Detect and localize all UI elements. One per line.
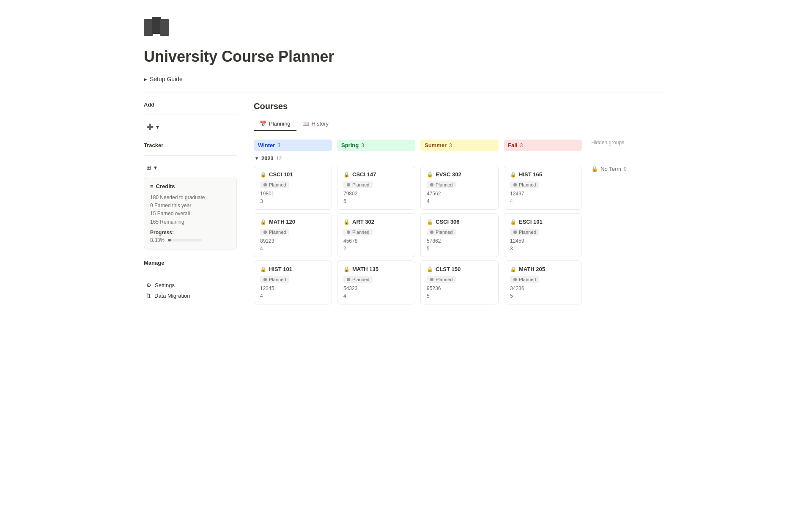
status-dot-2 [263, 230, 267, 234]
main-divider [144, 93, 668, 93]
fall-label: Fall [508, 142, 517, 148]
card-art-302[interactable]: 🔒 ART 302 Planned 45678 2 [337, 213, 415, 257]
credits-remaining: 165 Remaining [150, 218, 230, 226]
sidebar-divider-add [144, 115, 237, 115]
lock-icon-10: 🔒 [510, 172, 516, 178]
credits-icon: ≡ [150, 183, 154, 189]
card-math-120-credits: 4 [260, 246, 326, 252]
card-math-205-status: Planned [510, 276, 539, 283]
card-math-120[interactable]: 🔒 MATH 120 Planned 89123 4 [254, 213, 332, 257]
lock-icon-8: 🔒 [427, 219, 433, 225]
card-clst-150-credits: 5 [427, 293, 492, 299]
column-summer: Summer 3 [420, 140, 499, 155]
card-evsc-302-title: 🔒 EVSC 302 [427, 171, 492, 178]
summer-label: Summer [425, 142, 447, 148]
settings-icon: ⚙ [146, 282, 151, 288]
credits-earned-overall: 15 Earned overall [150, 210, 230, 218]
card-hist-165[interactable]: 🔒 HIST 165 Planned 12497 4 [504, 166, 582, 210]
progress-bar-fill [168, 239, 171, 241]
no-term-row[interactable]: 🔒 No Term 0 [591, 166, 642, 172]
card-csci-101[interactable]: 🔒 CSCI 101 Planned 19801 3 [254, 166, 332, 210]
tab-planning[interactable]: 📅 Planning [254, 117, 296, 131]
settings-item[interactable]: ⚙ Settings [144, 280, 237, 290]
card-csci-101-credits: 3 [260, 198, 326, 204]
card-clst-150[interactable]: 🔒 CLST 150 Planned 95236 5 [420, 260, 499, 304]
card-csci-147-title: 🔒 CSCI 147 [343, 171, 409, 178]
card-hist-101-number: 12345 [260, 285, 326, 291]
lock-icon-4: 🔒 [343, 172, 350, 178]
status-dot-4 [347, 183, 350, 186]
sidebar: Add ➕ ▾ Tracker ⊞ ▾ ≡ Credits 180 Needed… [144, 101, 237, 308]
calendar-icon: 📅 [260, 121, 266, 127]
tabs-bar: 📅 Planning 📖 History [254, 117, 668, 131]
sidebar-divider-tracker [144, 155, 237, 156]
add-button[interactable]: ➕ ▾ [144, 122, 237, 132]
hidden-groups-cards: 🔒 No Term 0 [587, 166, 646, 308]
lock-icon-9: 🔒 [427, 266, 433, 272]
card-esci-101[interactable]: 🔒 ESCI 101 Planned 12459 3 [504, 213, 582, 257]
spring-label: Spring [341, 142, 359, 148]
setup-guide-label: Setup Guide [150, 76, 183, 82]
lock-icon: 🔒 [260, 172, 266, 178]
card-hist-101-credits: 4 [260, 293, 326, 299]
status-dot-10 [513, 183, 517, 186]
winter-label: Winter [258, 142, 275, 148]
column-header-spring: Spring 3 [337, 140, 415, 151]
credits-widget-header: ≡ Credits [150, 183, 230, 189]
card-csci-147-status: Planned [343, 181, 373, 188]
grid-icon: ⊞ [146, 164, 151, 171]
lock-no-term-icon: 🔒 [591, 166, 598, 172]
setup-guide[interactable]: ▶ Setup Guide [144, 74, 668, 84]
year-label: 2023 [261, 155, 274, 162]
grid-chevron: ▾ [154, 164, 157, 171]
card-math-135-status: Planned [343, 276, 373, 283]
credits-earned-year: 0 Earned this year [150, 202, 230, 210]
card-csci-306[interactable]: 🔒 CSCI 306 Planned 57862 5 [420, 213, 499, 257]
card-esci-101-credits: 3 [510, 246, 576, 252]
data-migration-label: Data Migration [154, 293, 190, 299]
summer-count: 3 [449, 143, 452, 148]
status-dot-3 [263, 278, 267, 281]
lock-icon-6: 🔒 [343, 266, 350, 272]
content-area: Courses 📅 Planning 📖 History Winter [254, 101, 668, 308]
card-hist-101[interactable]: 🔒 HIST 101 Planned 12345 4 [254, 260, 332, 304]
lock-icon-3: 🔒 [260, 266, 266, 272]
manage-section-title: Manage [144, 260, 237, 266]
lock-icon-2: 🔒 [260, 219, 266, 225]
card-evsc-302-credits: 4 [427, 198, 492, 204]
card-math-120-status: Planned [260, 229, 289, 236]
card-csci-306-credits: 5 [427, 246, 492, 252]
data-migration-item[interactable]: ⇅ Data Migration [144, 290, 237, 301]
status-dot-6 [347, 278, 350, 281]
progress-label: Progress: [150, 230, 230, 236]
lock-icon-12: 🔒 [510, 266, 516, 272]
card-clst-150-title: 🔒 CLST 150 [427, 266, 492, 272]
grid-view-toggle[interactable]: ⊞ ▾ [144, 162, 237, 173]
card-csci-147[interactable]: 🔒 CSCI 147 Planned 79802 5 [337, 166, 415, 210]
fall-count: 3 [520, 143, 523, 148]
card-esci-101-title: 🔒 ESCI 101 [510, 219, 576, 225]
card-hist-101-status: Planned [260, 276, 289, 283]
column-winter: Winter 3 [254, 140, 332, 155]
courses-title: Courses [254, 101, 668, 111]
expand-year-icon[interactable]: ▼ [255, 156, 259, 161]
spring-cards: 🔒 CSCI 147 Planned 79802 5 [337, 166, 415, 308]
winter-cards: 🔒 CSCI 101 Planned 19801 3 [254, 166, 332, 308]
card-math-135-number: 54323 [343, 285, 409, 291]
add-button-chevron: ▾ [156, 123, 159, 130]
tab-history[interactable]: 📖 History [296, 117, 335, 131]
year-row: ▼ 2023 12 [254, 155, 668, 162]
tab-planning-label: Planning [269, 121, 291, 127]
card-hist-165-title: 🔒 HIST 165 [510, 171, 576, 178]
card-csci-306-status: Planned [427, 229, 456, 236]
card-evsc-302[interactable]: 🔒 EVSC 302 Planned 47562 4 [420, 166, 499, 210]
lock-icon-7: 🔒 [427, 172, 433, 178]
book-icon: 📖 [302, 121, 309, 127]
card-hist-165-status: Planned [510, 181, 539, 188]
card-math-135[interactable]: 🔒 MATH 135 Planned 54323 4 [337, 260, 415, 304]
card-math-205[interactable]: 🔒 MATH 205 Planned 34236 5 [504, 260, 582, 304]
status-dot-12 [513, 278, 517, 281]
status-dot-5 [347, 230, 350, 234]
lock-icon-11: 🔒 [510, 219, 516, 225]
svg-rect-0 [144, 19, 153, 36]
